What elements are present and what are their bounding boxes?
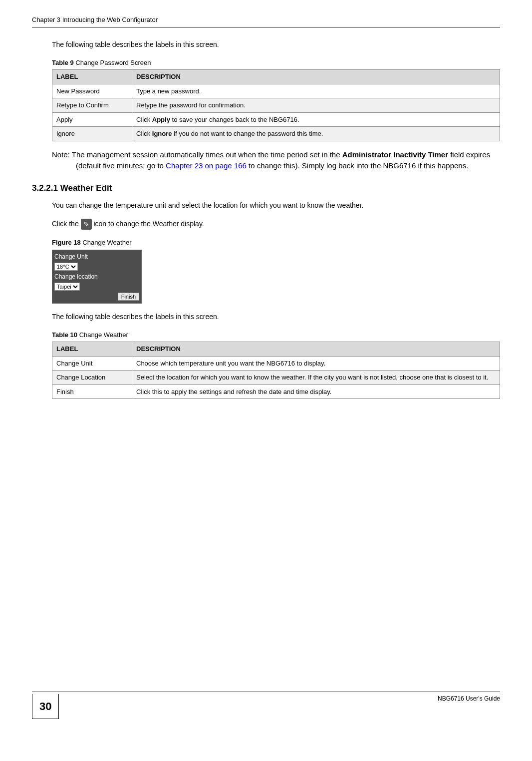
table-cell-desc: Click Apply to save your changes back to… xyxy=(132,112,500,127)
note-block: Note: The management session automatical… xyxy=(52,149,500,172)
note-lead: Note: xyxy=(52,150,72,159)
table10-head-desc: DESCRIPTION xyxy=(132,342,500,357)
table-row: Retype to Confirm Retype the password fo… xyxy=(52,98,500,113)
finish-button[interactable]: Finish xyxy=(118,293,139,301)
table-row: New Password Type a new password. xyxy=(52,84,500,98)
intro-text-2: The following table describes the labels… xyxy=(52,312,500,322)
table-cell-desc: Type a new password. xyxy=(132,84,500,98)
table-cell-desc: Click Ignore if you do not want to chang… xyxy=(132,127,500,141)
table-cell-label: New Password xyxy=(52,84,132,98)
table-cell-label: Change Location xyxy=(52,371,132,385)
table-cell-label: Finish xyxy=(52,384,132,399)
table-row: Change Unit Choose which temperature uni… xyxy=(52,356,500,371)
table-cell-desc: Click this to apply the settings and ref… xyxy=(132,384,500,399)
table-cell-desc: Choose which temperature unit you want t… xyxy=(132,356,500,371)
intro-text-1: The following table describes the labels… xyxy=(52,39,500,50)
table-row: Change Location Select the location for … xyxy=(52,371,500,385)
table-row: Finish Click this to apply the settings … xyxy=(52,384,500,399)
table-cell-desc: Retype the password for confirmation. xyxy=(132,98,500,113)
guide-title: NBG6716 User's Guide xyxy=(438,694,500,703)
table10-head-label: LABEL xyxy=(52,342,132,357)
table9-head-desc: DESCRIPTION xyxy=(132,70,500,84)
location-select[interactable]: Taipei xyxy=(54,283,80,291)
page-footer: 30 NBG6716 User's Guide xyxy=(32,692,500,719)
table-cell-label: Apply xyxy=(52,112,132,127)
weather-edit-icon: ✎ xyxy=(81,219,92,230)
table9-head-label: LABEL xyxy=(52,70,132,84)
running-header: Chapter 3 Introducing the Web Configurat… xyxy=(32,15,500,27)
figure18-number: Figure 18 xyxy=(52,239,81,246)
table10-title: Change Weather xyxy=(77,331,128,339)
section-number: 3.2.2.1 xyxy=(32,183,58,193)
table-row: Apply Click Apply to save your changes b… xyxy=(52,112,500,127)
figure18-title: Change Weather xyxy=(81,239,132,246)
table9: LABEL DESCRIPTION New Password Type a ne… xyxy=(52,69,500,141)
note-bold: Administrator Inactivity Timer xyxy=(342,150,448,159)
note-text: The management session automatically tim… xyxy=(72,150,342,159)
para-click-icon: Click the ✎ icon to change the Weather d… xyxy=(52,219,500,230)
figure18-caption: Figure 18 Change Weather xyxy=(52,238,500,248)
table-cell-desc: Select the location for which you want t… xyxy=(132,371,500,385)
section-heading: 3.2.2.1 Weather Edit xyxy=(32,182,500,195)
table-row: Ignore Click Ignore if you do not want t… xyxy=(52,127,500,141)
para-weather-intro: You can change the temperature unit and … xyxy=(52,200,500,211)
note-text: to change this). Simply log back into th… xyxy=(247,161,468,170)
change-unit-label: Change Unit xyxy=(54,252,139,261)
table9-caption: Table 9 Change Password Screen xyxy=(52,58,500,68)
section-title: Weather Edit xyxy=(58,183,112,193)
change-location-label: Change location xyxy=(54,272,139,281)
table9-title: Change Password Screen xyxy=(74,59,151,66)
table-cell-label: Change Unit xyxy=(52,356,132,371)
table9-number: Table 9 xyxy=(52,59,74,66)
note-xref: Chapter 23 on page 166 xyxy=(166,161,247,170)
table-cell-label: Retype to Confirm xyxy=(52,98,132,113)
weather-widget: Change Unit 18°C Change location Taipei … xyxy=(52,250,142,304)
page-number: 30 xyxy=(32,694,59,719)
table-cell-label: Ignore xyxy=(52,127,132,141)
table10-caption: Table 10 Change Weather xyxy=(52,330,500,340)
unit-select[interactable]: 18°C xyxy=(54,263,78,271)
table10: LABEL DESCRIPTION Change Unit Choose whi… xyxy=(52,342,500,399)
table10-number: Table 10 xyxy=(52,331,77,339)
